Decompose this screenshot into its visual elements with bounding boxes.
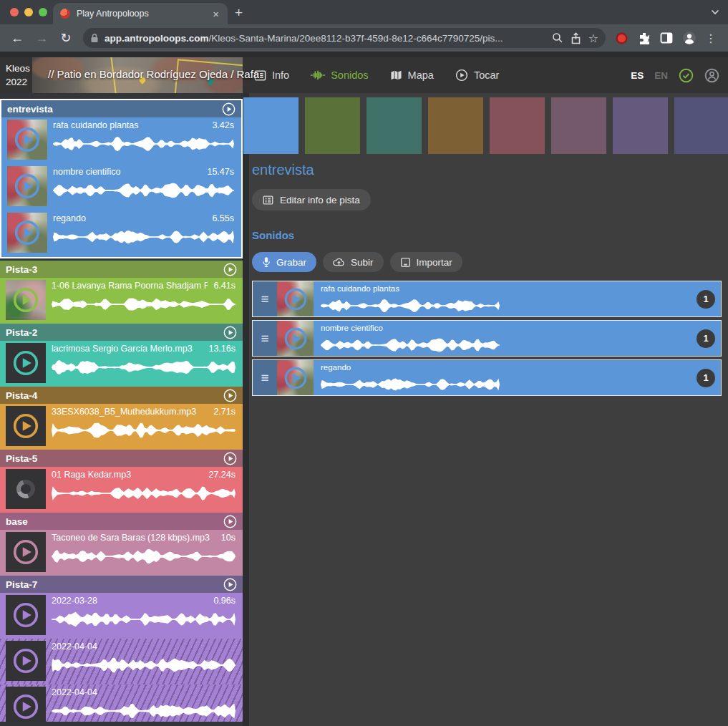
extensions-puzzle-icon[interactable] xyxy=(638,32,651,44)
play-track-icon[interactable] xyxy=(223,389,237,402)
tab-mapa[interactable]: Mapa xyxy=(390,69,434,81)
play-track-icon[interactable] xyxy=(223,263,237,276)
sound-item[interactable]: lacrimosa Sergio García Merlo.mp313.16s xyxy=(0,341,243,387)
sound-thumbnail[interactable] xyxy=(7,213,47,253)
sound-item[interactable]: nombre cientifico15.47s xyxy=(1,164,241,210)
track-header[interactable]: Pista-5 xyxy=(0,450,243,467)
count-badge[interactable]: 1 xyxy=(697,369,715,387)
track-section-pista-5[interactable]: Pista-5 01 Raga Kedar.mp327.24s xyxy=(0,450,243,513)
upload-button[interactable]: Subir xyxy=(323,252,384,272)
close-tab-icon[interactable]: × xyxy=(211,8,220,20)
count-badge[interactable]: 1 xyxy=(697,329,715,348)
sound-row[interactable]: ≡ nombre cientifico 1 xyxy=(252,320,722,357)
track-section-pista-7[interactable]: Pista-7 2022-03-280.96s xyxy=(0,576,243,722)
drag-handle-icon[interactable]: ≡ xyxy=(253,321,277,356)
side-panel-icon[interactable] xyxy=(660,32,673,44)
sound-thumbnail[interactable] xyxy=(6,641,46,681)
sound-thumbnail[interactable] xyxy=(6,469,46,509)
sound-thumbnail[interactable] xyxy=(6,343,46,383)
sound-thumbnail[interactable] xyxy=(7,120,47,160)
sound-item[interactable]: regando6.55s xyxy=(1,210,241,257)
share-icon[interactable] xyxy=(571,32,581,44)
profile-avatar[interactable] xyxy=(682,31,697,45)
sound-thumbnail[interactable] xyxy=(277,281,314,316)
back-button[interactable]: ← xyxy=(10,31,24,46)
play-track-icon[interactable] xyxy=(223,515,237,528)
count-badge[interactable]: 1 xyxy=(697,290,715,309)
sound-thumbnail[interactable] xyxy=(277,360,314,395)
track-header[interactable]: Pista-4 xyxy=(0,387,243,404)
sound-thumbnail[interactable] xyxy=(6,687,46,722)
record-extension-icon[interactable] xyxy=(615,32,628,45)
account-icon[interactable] xyxy=(704,68,719,83)
sync-check-icon[interactable] xyxy=(679,68,694,83)
play-icon[interactable] xyxy=(14,126,41,153)
browser-tab[interactable]: Play Antropoloops × xyxy=(53,3,228,24)
address-bar[interactable]: app.antropoloops.com/Kleos-Santa-Marina/… xyxy=(83,28,606,48)
edit-track-info-button[interactable]: Editar info de pista xyxy=(252,189,371,210)
new-tab-button[interactable]: + xyxy=(235,5,243,21)
track-section-pista-3[interactable]: Pista-3 1-06 Lavanya Rama Poorna Shadjam… xyxy=(0,261,243,324)
track-tab-pista-2[interactable] xyxy=(367,97,422,154)
track-tab-extra[interactable] xyxy=(674,97,728,154)
play-track-icon[interactable] xyxy=(222,102,236,116)
sound-thumbnail[interactable] xyxy=(6,280,46,320)
track-header[interactable]: Pista-3 xyxy=(0,261,243,278)
play-icon[interactable] xyxy=(12,538,39,566)
sound-item[interactable]: 2022-03-280.96s xyxy=(0,593,243,639)
play-icon[interactable] xyxy=(283,326,308,351)
track-section-pista-4[interactable]: Pista-4 33ESX6038_B5_Muthedukkum.mp32.71… xyxy=(0,387,243,450)
sound-thumbnail[interactable] xyxy=(6,406,46,446)
track-tab-pista-4[interactable] xyxy=(428,97,483,154)
track-tab-pista-5[interactable] xyxy=(490,97,545,154)
sound-item[interactable]: 1-06 Lavanya Rama Poorna Shadjam Rupak..… xyxy=(0,278,243,324)
play-track-icon[interactable] xyxy=(223,326,237,339)
sound-thumbnail[interactable] xyxy=(6,595,46,635)
maximize-window-button[interactable] xyxy=(39,8,47,16)
sound-thumbnail[interactable] xyxy=(7,166,47,206)
track-tab-base[interactable] xyxy=(551,97,606,154)
play-icon[interactable] xyxy=(12,412,39,440)
play-icon[interactable] xyxy=(12,693,39,720)
track-header[interactable]: Pista-2 xyxy=(0,324,243,341)
track-header[interactable]: Pista-7 xyxy=(0,576,243,593)
sound-row[interactable]: ≡ rafa cuidando plantas 1 xyxy=(252,281,722,317)
play-track-icon[interactable] xyxy=(223,578,237,591)
sound-item[interactable]: 33ESX6038_B5_Muthedukkum.mp32.71s xyxy=(0,404,243,450)
sound-item[interactable]: 01 Raga Kedar.mp327.24s xyxy=(0,467,243,513)
play-icon[interactable] xyxy=(283,366,308,390)
sound-thumbnail[interactable] xyxy=(277,321,314,356)
search-icon[interactable] xyxy=(552,32,563,44)
sound-row[interactable]: ≡ regando 1 xyxy=(252,359,722,396)
track-header[interactable]: base xyxy=(0,513,243,530)
reload-button[interactable]: ↻ xyxy=(59,30,73,46)
language-en[interactable]: EN xyxy=(654,70,668,81)
track-header[interactable]: entrevista xyxy=(1,100,241,117)
play-icon[interactable] xyxy=(283,287,308,311)
track-section-base[interactable]: base Taconeo de Sara Baras (128 kbps).mp… xyxy=(0,513,243,576)
app-logo[interactable]: Kleos 2022 xyxy=(6,62,30,89)
play-icon[interactable] xyxy=(12,286,39,314)
sound-item-excluded[interactable]: 2022-04-04 xyxy=(0,684,243,722)
minimize-window-button[interactable] xyxy=(24,8,33,16)
track-section-entrevista[interactable]: entrevista rafa cuidando plantas3.42s xyxy=(0,99,243,258)
sound-thumbnail[interactable] xyxy=(6,532,46,572)
chevron-down-icon[interactable] xyxy=(711,9,719,16)
play-icon[interactable] xyxy=(12,601,39,629)
play-icon[interactable] xyxy=(14,173,41,200)
browser-menu-icon[interactable]: ⋮ xyxy=(705,32,717,45)
language-es[interactable]: ES xyxy=(631,70,644,81)
play-icon[interactable] xyxy=(12,647,39,674)
close-window-button[interactable] xyxy=(10,8,19,16)
play-track-icon[interactable] xyxy=(223,452,237,465)
drag-handle-icon[interactable]: ≡ xyxy=(253,360,277,395)
track-tab-entrevista[interactable] xyxy=(243,97,299,154)
forward-button[interactable]: → xyxy=(34,31,49,46)
track-section-pista-2[interactable]: Pista-2 lacrimosa Sergio García Merlo.mp… xyxy=(0,324,243,387)
drag-handle-icon[interactable]: ≡ xyxy=(253,281,277,316)
track-tab-pista-3[interactable] xyxy=(305,97,360,154)
bookmark-star-icon[interactable]: ☆ xyxy=(588,32,598,45)
play-icon[interactable] xyxy=(12,349,39,377)
import-button[interactable]: Importar xyxy=(390,252,462,272)
record-button[interactable]: Grabar xyxy=(252,252,316,272)
